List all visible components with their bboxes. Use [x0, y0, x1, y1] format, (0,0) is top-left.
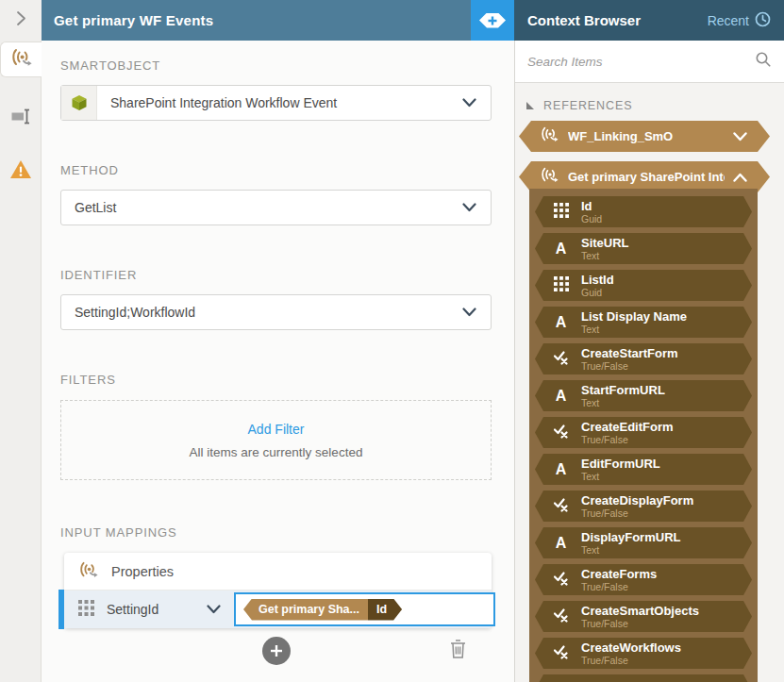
reference-item-type: Guid	[581, 287, 614, 298]
clock-icon	[755, 11, 771, 30]
delete-mapping-button[interactable]	[449, 639, 467, 659]
reference-item-title: CreateDisplayForm	[581, 494, 693, 507]
reference-item-title: CreateForms	[581, 568, 657, 581]
identifier-value: SettingId;WorkflowId	[61, 305, 462, 320]
method-value: GetList	[61, 200, 462, 215]
reference-item[interactable]: A DisplayFormURL Text	[535, 527, 752, 558]
boolean-type-icon	[554, 607, 569, 626]
properties-group-header[interactable]: Properties	[64, 553, 492, 591]
textbox-icon	[10, 108, 31, 129]
mapping-row-settingid[interactable]: SettingId Get primary Sha... Id	[64, 591, 492, 628]
reference-item[interactable]: A EditFormURL Text	[535, 454, 752, 485]
reference-item-title: ListId	[581, 274, 614, 287]
reference-item-title: CreateWorkflows	[581, 641, 681, 655]
reference-item[interactable]: A StartFormURL Text	[535, 380, 752, 411]
smartobject-load-icon	[10, 48, 33, 71]
reference-item[interactable]: CreateStartForm True/False	[535, 343, 752, 374]
smartobject-properties-icon	[78, 561, 99, 581]
chevron-down-icon	[733, 132, 747, 141]
reference-item[interactable]: ListId Guid	[535, 270, 752, 301]
references-section-toggle[interactable]: REFERENCES	[515, 83, 784, 121]
identifier-label: IDENTIFIER	[60, 268, 492, 282]
reference-item-title: CreateSmartObjects	[581, 605, 699, 618]
collapse-panel-button[interactable]	[0, 0, 42, 41]
reference-item[interactable]: CreateWorkflows True/False	[535, 638, 752, 669]
reference-item[interactable]: A SiteURL Text	[535, 233, 752, 264]
boolean-type-icon	[554, 350, 569, 369]
text-type-icon: A	[556, 315, 567, 330]
reference-item-type: True/False	[581, 507, 693, 519]
app-window: Get primary WF Events Context Browser Re…	[0, 0, 784, 682]
reference-item[interactable]: CreateEditForm True/False	[535, 417, 752, 448]
text-type-icon: A	[556, 462, 567, 477]
reference-item[interactable]: CreateForms True/False	[535, 564, 752, 595]
reference-item[interactable]: CreateSmartObjects True/False	[535, 601, 752, 632]
recent-link[interactable]: Recent	[708, 11, 771, 30]
method-label: METHOD	[60, 163, 492, 177]
tag-plus-icon	[479, 13, 506, 28]
context-browser-panel: REFERENCES WF_Linking_SmO	[514, 41, 784, 682]
add-mapping-button[interactable]	[262, 637, 291, 665]
mapping-value-input[interactable]: Get primary Sha... Id	[234, 592, 495, 626]
reference-item-title: CreateStartForm	[581, 347, 678, 360]
smartobject-dropdown[interactable]: SharePoint Integration Workflow Event	[60, 85, 492, 121]
reference-item-type: Text	[581, 471, 660, 482]
reference-item-title: Id	[581, 200, 602, 213]
chevron-right-icon	[15, 9, 27, 31]
chevron-down-icon[interactable]	[207, 605, 221, 614]
smartobject-reference-icon	[540, 167, 559, 187]
guid-grid-icon	[554, 276, 569, 295]
context-browser-header: Context Browser Recent	[514, 0, 784, 41]
method-dropdown[interactable]: GetList	[60, 190, 492, 225]
tab-textbox-properties[interactable]	[0, 100, 42, 136]
warning-icon	[9, 159, 32, 183]
reference-item-type: Text	[581, 397, 665, 408]
reference-item-title: StartFormURL	[581, 384, 665, 397]
input-mappings-footer	[60, 637, 492, 667]
boolean-type-icon	[554, 424, 569, 442]
text-type-icon: A	[556, 389, 567, 404]
smartobject-reference-icon	[540, 126, 559, 146]
text-type-icon: A	[556, 241, 567, 257]
identifier-dropdown[interactable]: SettingId;WorkflowId	[60, 294, 492, 330]
search-input[interactable]	[527, 55, 755, 69]
smartobject-value: SharePoint Integration Workflow Event	[97, 95, 462, 110]
reference-item-title: SiteURL	[581, 237, 629, 250]
reference-item-type: Text	[581, 324, 687, 335]
reference-header-wf-linking-smo[interactable]: WF_Linking_SmO	[519, 121, 770, 152]
reference-item-type: Text	[581, 544, 680, 556]
reference-item[interactable]: A List Display Name Text	[535, 307, 752, 338]
reference-item-type: True/False	[581, 655, 681, 666]
filters-dropzone: Add Filter All items are currently selec…	[60, 400, 492, 480]
reference-item-title: CreateEditForm	[581, 421, 674, 434]
properties-group-label: Properties	[111, 564, 174, 579]
chevron-up-icon	[733, 173, 747, 182]
mapping-value-tag[interactable]: Get primary Sha... Id	[243, 599, 402, 621]
reference-item[interactable]: CreateDisplayForm True/False	[535, 491, 752, 522]
reference-item-partial	[535, 674, 752, 682]
tab-smartobject-config[interactable]	[0, 42, 42, 77]
step-title: Get primary WF Events	[54, 12, 213, 28]
guid-grid-icon	[554, 203, 569, 222]
recent-label: Recent	[708, 13, 749, 28]
reference-label: WF_Linking_SmO	[568, 129, 725, 143]
reference-item[interactable]: Id Guid	[535, 196, 752, 227]
add-reference-tag-button[interactable]	[471, 0, 514, 41]
step-header: Get primary WF Events	[42, 0, 471, 41]
tag-property-segment: Id	[368, 599, 402, 621]
boolean-type-icon	[554, 571, 569, 590]
reference-item-title: DisplayFormURL	[581, 531, 680, 544]
guid-grid-icon	[78, 600, 94, 620]
chevron-down-icon	[462, 98, 476, 108]
reference-item-title: EditFormURL	[581, 457, 660, 471]
add-filter-link[interactable]: Add Filter	[248, 422, 305, 437]
reference-item-type: Guid	[581, 213, 602, 225]
input-mappings-label: INPUT MAPPINGS	[60, 525, 492, 540]
reference-items: Id Guid A SiteURL Text	[529, 189, 758, 682]
step-config-panel: SMARTOBJECT SharePoint Integration Workf…	[42, 41, 512, 682]
search-bar	[515, 41, 784, 83]
tab-warnings[interactable]	[0, 153, 42, 189]
reference-label: Get primary SharePoint Inte...	[568, 170, 725, 184]
mapping-field-name: SettingId	[107, 602, 184, 617]
tag-source-segment: Get primary Sha...	[243, 599, 368, 621]
